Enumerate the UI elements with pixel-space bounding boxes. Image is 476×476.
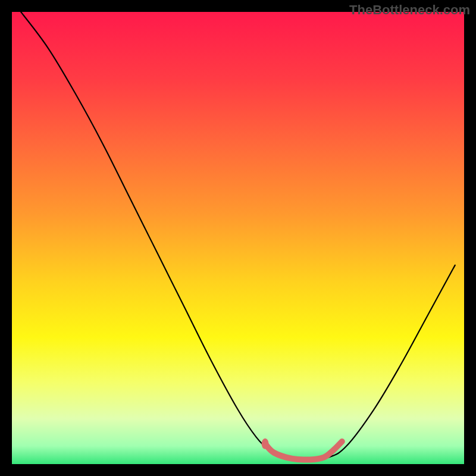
chart-background <box>12 12 464 464</box>
chart-container: TheBottleneck.com <box>0 0 476 476</box>
plot-area <box>12 12 464 464</box>
watermark-text: TheBottleneck.com <box>349 2 470 18</box>
series-highlight-dot-point <box>262 439 269 449</box>
chart-svg <box>12 12 464 464</box>
